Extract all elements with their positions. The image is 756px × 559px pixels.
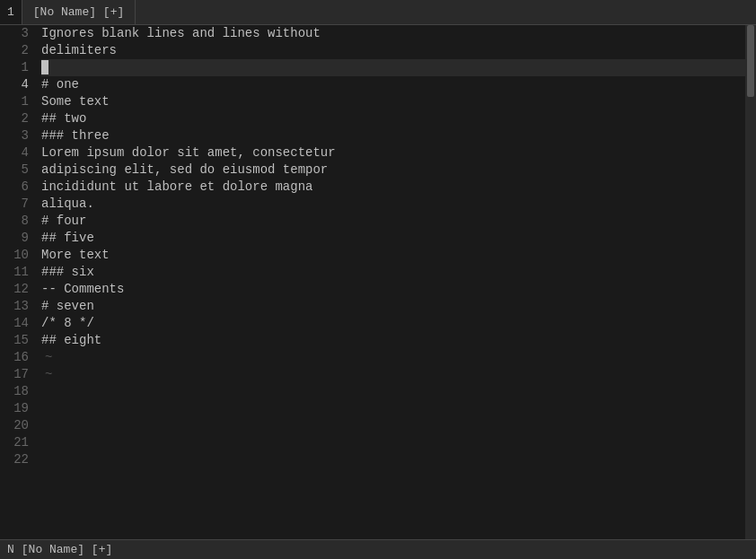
cursor [41, 60, 48, 74]
line-number: 20 [5, 417, 29, 434]
code-area[interactable]: Ignores blank lines and lines withoutdel… [36, 25, 745, 539]
status-mode: N [7, 543, 14, 556]
line-number: 16 [5, 349, 29, 366]
line-number: 13 [5, 298, 29, 315]
code-line: ## five [41, 230, 745, 247]
code-line: aliqua. [41, 196, 745, 213]
code-line: -- Comments [41, 281, 745, 298]
line-number: 2 [5, 42, 29, 59]
line-number: 6 [5, 179, 29, 196]
tilde-line: ~ [45, 366, 745, 383]
line-number: 12 [5, 281, 29, 298]
code-line: # four [41, 213, 745, 230]
tab-item[interactable]: [No Name] [+] [22, 0, 136, 24]
scrollbar[interactable] [745, 25, 756, 539]
status-bar: N [No Name] [+] [0, 539, 756, 559]
code-line: More text [41, 247, 745, 264]
code-line: incididunt ut labore et dolore magna [41, 179, 745, 196]
tilde-line: ~ [45, 349, 745, 366]
line-number: 15 [5, 332, 29, 349]
status-filename: [No Name] [+] [22, 543, 112, 556]
line-number: 4 [5, 76, 29, 93]
line-number: 4 [5, 144, 29, 162]
line-number: 22 [5, 451, 29, 468]
line-number: 19 [5, 400, 29, 417]
code-line: adipiscing elit, sed do eiusmod tempor [41, 162, 745, 179]
code-line: # one [41, 76, 745, 93]
line-number: 18 [5, 383, 29, 400]
line-number: 21 [5, 434, 29, 451]
code-line: delimiters [41, 42, 745, 59]
line-number: 1 [5, 93, 29, 110]
tilde-area: ~~ [41, 349, 745, 383]
line-number: 11 [5, 264, 29, 281]
line-number: 14 [5, 315, 29, 332]
code-line: ### six [41, 264, 745, 281]
line-number: 17 [5, 366, 29, 383]
code-line: Lorem ipsum dolor sit amet, consectetur [41, 144, 745, 162]
code-line: Ignores blank lines and lines without [41, 25, 745, 42]
code-line [41, 59, 745, 76]
code-line: Some text [41, 93, 745, 110]
code-line: # seven [41, 298, 745, 315]
tab-number: 1 [0, 0, 22, 24]
tab-bar: 1 [No Name] [+] [0, 0, 756, 25]
scrollbar-thumb[interactable] [747, 25, 754, 97]
code-line: ## eight [41, 332, 745, 349]
line-number: 7 [5, 196, 29, 213]
code-line: ### three [41, 127, 745, 144]
line-number: 8 [5, 213, 29, 230]
code-line: ## two [41, 110, 745, 127]
line-number: 9 [5, 230, 29, 247]
code-line: /* 8 */ [41, 315, 745, 332]
line-number: 3 [5, 127, 29, 144]
line-number: 2 [5, 110, 29, 127]
line-number: 5 [5, 162, 29, 179]
editor-area: 321412345678910111213141516171819202122 … [0, 25, 756, 539]
line-number: 1 [5, 59, 29, 76]
line-numbers: 321412345678910111213141516171819202122 [0, 25, 36, 539]
line-number: 10 [5, 247, 29, 264]
line-number: 3 [5, 25, 29, 42]
